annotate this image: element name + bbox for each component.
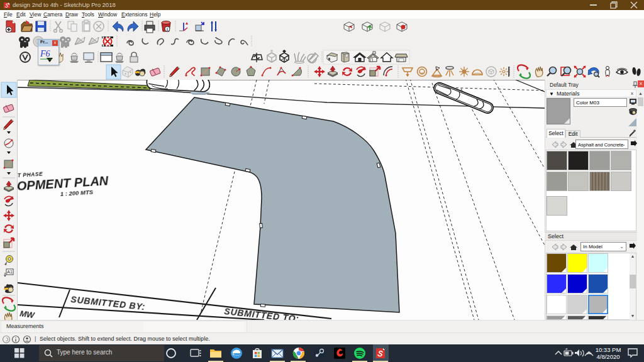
svg-text:A1: A1	[7, 270, 13, 274]
svg-text:i: i	[167, 27, 168, 31]
svg-text:F6: F6	[40, 49, 50, 58]
svg-text:MW: MW	[19, 309, 36, 320]
